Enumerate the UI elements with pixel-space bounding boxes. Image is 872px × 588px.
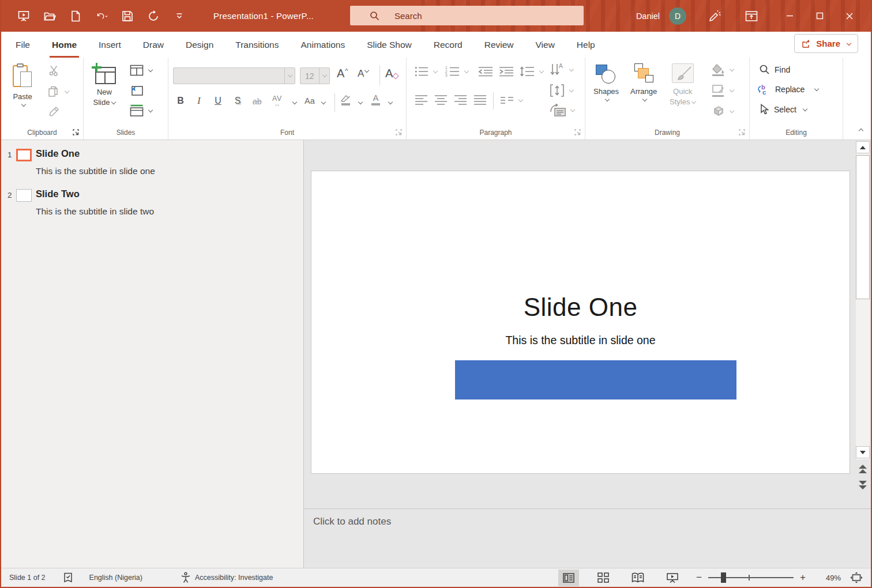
text-direction-button[interactable]: A [550, 62, 573, 77]
slide-sorter-view-button[interactable] [593, 570, 614, 586]
accessibility-status[interactable]: Accessibility: Investigate [195, 574, 273, 582]
select-button[interactable]: Select [759, 104, 807, 115]
open-file-button[interactable] [43, 10, 56, 22]
slide-title-text[interactable]: Slide One [311, 290, 850, 325]
tab-animations[interactable]: Animations [290, 32, 356, 58]
character-spacing-button[interactable]: AV ↔ [272, 95, 282, 106]
notes-placeholder[interactable]: Click to add notes [313, 516, 391, 527]
tab-review[interactable]: Review [473, 32, 525, 58]
shape-fill-button[interactable] [711, 63, 734, 76]
replace-button[interactable]: b c Replace [757, 84, 818, 95]
change-case-button[interactable]: Aa [305, 96, 315, 105]
avatar[interactable]: D [669, 7, 686, 25]
reading-view-button[interactable] [627, 570, 648, 586]
justify-button[interactable] [473, 95, 487, 105]
close-button[interactable] [841, 0, 858, 32]
zoom-slider-handle[interactable] [721, 572, 726, 583]
copy-button[interactable] [47, 85, 69, 98]
columns-button[interactable] [500, 96, 523, 104]
share-button[interactable]: Share [794, 34, 858, 53]
paste-button[interactable]: Paste [12, 63, 33, 107]
maximize-button[interactable] [811, 0, 828, 32]
bold-button[interactable]: B [175, 96, 186, 106]
outline-slide-2[interactable]: 2 Slide Two This is the subtitle in slid… [1, 189, 303, 223]
undo-button[interactable] [95, 10, 108, 22]
align-left-button[interactable] [415, 95, 428, 105]
normal-view-button[interactable] [558, 570, 579, 586]
increase-indent-button[interactable] [499, 66, 514, 77]
tab-view[interactable]: View [525, 32, 566, 58]
slideshow-view-button[interactable] [662, 570, 683, 586]
minimize-button[interactable] [781, 0, 798, 32]
scroll-down-button[interactable] [856, 446, 870, 458]
quick-styles-button[interactable]: Quick Styles [670, 63, 696, 106]
tab-file[interactable]: File [5, 32, 41, 58]
vertical-scrollbar[interactable] [856, 140, 870, 508]
outline-slide-title[interactable]: Slide One [36, 148, 80, 159]
slide-thumbnail[interactable] [16, 189, 32, 202]
customize-qat-button[interactable] [173, 10, 186, 22]
numbering-button[interactable]: 1 2 3 [445, 66, 468, 77]
zoom-slider[interactable] [708, 577, 794, 578]
slide-canvas[interactable]: Slide One This is the subtitle in slide … [311, 171, 850, 474]
convert-smartart-button[interactable] [550, 104, 574, 116]
tab-insert[interactable]: Insert [88, 32, 132, 58]
underline-button[interactable]: U [213, 96, 223, 106]
next-slide-button[interactable] [857, 478, 869, 492]
new-slide-button[interactable]: New Slide [92, 63, 117, 107]
cut-button[interactable] [48, 65, 60, 76]
tab-help[interactable]: Help [566, 32, 606, 58]
clipboard-dialog-launcher[interactable] [73, 129, 79, 135]
slide-subtitle-text[interactable]: This is the subtitle in slide one [311, 332, 850, 348]
find-button[interactable]: Find [759, 64, 790, 75]
font-name-dropdown[interactable] [284, 68, 295, 84]
font-size-combobox[interactable]: 12 [300, 67, 330, 84]
text-highlight-button[interactable] [340, 94, 351, 105]
tab-design[interactable]: Design [175, 32, 224, 58]
notes-pane[interactable]: Click to add notes [304, 508, 871, 568]
clear-formatting-button[interactable]: A [385, 67, 398, 80]
align-right-button[interactable] [454, 95, 467, 105]
shape-outline-button[interactable] [711, 84, 734, 97]
text-shadow-button[interactable]: S [233, 96, 242, 106]
save-button[interactable] [121, 10, 134, 22]
tab-record[interactable]: Record [423, 32, 473, 58]
tab-draw[interactable]: Draw [132, 32, 175, 58]
tab-slide-show[interactable]: Slide Show [356, 32, 423, 58]
decrease-font-size-button[interactable]: A [358, 68, 369, 80]
ribbon-display-options-icon[interactable] [744, 9, 759, 24]
bullets-button[interactable] [415, 66, 437, 77]
zoom-level[interactable]: 49% [814, 574, 841, 582]
format-painter-button[interactable] [48, 105, 61, 118]
scroll-up-button[interactable] [856, 141, 870, 153]
drawing-dialog-launcher[interactable] [739, 129, 745, 135]
scrollbar-thumb[interactable] [856, 155, 870, 299]
search-box[interactable]: Search [350, 6, 584, 25]
tab-home[interactable]: Home [41, 32, 88, 58]
zoom-out-button[interactable]: − [693, 572, 705, 583]
slide-indicator[interactable]: Slide 1 of 2 [9, 574, 46, 582]
outline-slide-subtitle[interactable]: This is the subtitle in slide two [36, 206, 154, 217]
outline-slide-title[interactable]: Slide Two [36, 189, 80, 199]
italic-button[interactable]: I [195, 96, 203, 106]
shape-effects-button[interactable] [711, 105, 734, 118]
slide-blue-rectangle-shape[interactable] [455, 360, 736, 399]
tab-transitions[interactable]: Transitions [224, 32, 290, 58]
font-size-dropdown[interactable] [319, 68, 329, 84]
decrease-indent-button[interactable] [478, 66, 493, 77]
start-slideshow-button[interactable] [17, 10, 30, 22]
coming-soon-icon[interactable] [707, 9, 722, 24]
fit-slide-button[interactable] [850, 572, 863, 583]
outline-slide-subtitle[interactable]: This is the subtitle in slide one [36, 166, 155, 176]
zoom-in-button[interactable]: + [797, 572, 809, 583]
layout-button[interactable] [130, 65, 152, 76]
increase-font-size-button[interactable]: A ^ [337, 67, 348, 80]
spell-check-button[interactable] [63, 572, 73, 583]
arrange-button[interactable]: Arrange [630, 63, 657, 102]
font-name-combobox[interactable] [173, 67, 295, 84]
user-name[interactable]: Daniel [636, 12, 660, 21]
strikethrough-button[interactable]: ab [253, 97, 262, 106]
font-dialog-launcher[interactable] [396, 129, 402, 135]
shapes-button[interactable]: Shapes [593, 63, 619, 102]
reset-button[interactable] [130, 84, 144, 97]
